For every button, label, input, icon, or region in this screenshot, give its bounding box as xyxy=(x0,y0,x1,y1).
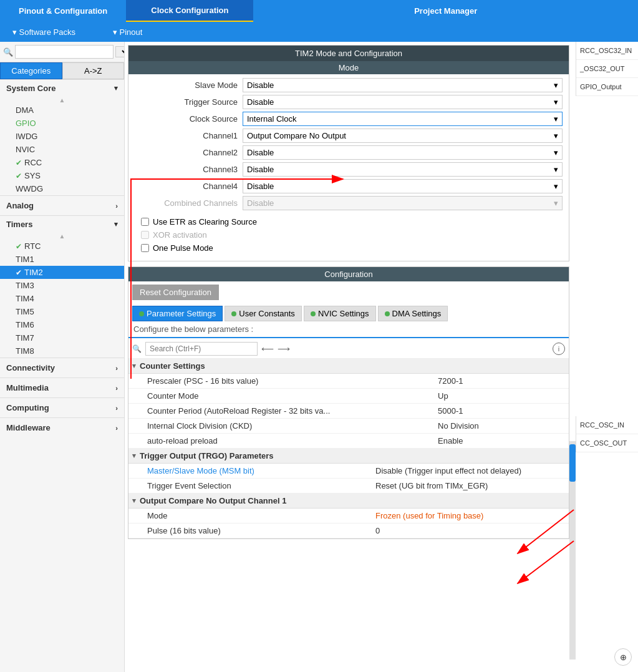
sidebar-item-iwdg[interactable]: IWDG xyxy=(0,130,124,143)
channel2-select[interactable]: Disable ▾ xyxy=(243,145,563,160)
param-sections: ▾ Counter Settings Prescaler (PSC - 16 b… xyxy=(128,359,569,538)
dropdown-arrow-icon: ▾ xyxy=(554,198,558,208)
one-pulse-checkbox[interactable] xyxy=(141,244,149,252)
search-icon: 🔍 xyxy=(3,47,13,57)
output-compare-header[interactable]: ▾ Output Compare No Output Channel 1 xyxy=(128,494,569,509)
param-value-clock-division[interactable]: No Division xyxy=(438,421,563,431)
sidebar-section-header-multimedia[interactable]: Multimedia › xyxy=(0,377,124,397)
sidebar-search-input[interactable] xyxy=(15,45,114,59)
param-row-autoreload: auto-reload preload Enable xyxy=(128,434,569,449)
software-packs-menu[interactable]: ▾ Software Packs xyxy=(12,27,75,37)
trgo-header[interactable]: ▾ Trigger Output (TRGO) Parameters xyxy=(128,449,569,464)
mode-panel: TIM2 Mode and Configuration Mode Slave M… xyxy=(128,45,569,261)
check-icon: ✔ xyxy=(16,158,22,167)
param-value-counter-period[interactable]: 5000-1 xyxy=(438,406,563,416)
sidebar-section-header-middleware[interactable]: Middleware › xyxy=(0,417,124,437)
channel3-select[interactable]: Disable ▾ xyxy=(243,162,563,177)
xor-checkbox[interactable] xyxy=(141,231,149,239)
check-icon: ✔ xyxy=(16,172,22,180)
param-row-msm: Master/Slave Mode (MSM bit) Disable (Tri… xyxy=(128,464,569,479)
param-value-mode[interactable]: Frozen (used for Timing base) xyxy=(375,511,563,520)
sidebar-item-rcc[interactable]: ✔ RCC xyxy=(0,156,124,169)
sidebar-item-tim7[interactable]: TIM7 xyxy=(0,331,124,344)
counter-settings-header[interactable]: ▾ Counter Settings xyxy=(128,359,569,374)
param-value-counter-mode[interactable]: Up xyxy=(438,391,563,401)
dropdown-arrow-icon: ▾ xyxy=(554,148,558,157)
zoom-in-button[interactable]: ⊕ xyxy=(614,648,632,666)
sidebar-section-header-timers[interactable]: Timers ▾ xyxy=(0,215,124,233)
slave-mode-label: Slave Mode xyxy=(135,80,238,90)
param-row-counter-period: Counter Period (AutoReload Register - 32… xyxy=(128,404,569,419)
mode-section-header: Mode xyxy=(128,61,569,74)
sidebar-section-connectivity: Connectivity › xyxy=(0,358,124,377)
sidebar-item-gpio[interactable]: GPIO xyxy=(0,117,124,130)
channel3-label: Channel3 xyxy=(135,165,238,174)
sidebar-section-computing: Computing › xyxy=(0,397,124,417)
tab-parameter-settings[interactable]: Parameter Settings xyxy=(132,306,223,321)
param-value-trigger-event[interactable]: Reset (UG bit from TIMx_EGR) xyxy=(375,481,563,490)
sidebar-item-tim8[interactable]: TIM8 xyxy=(0,344,124,358)
tab-az[interactable]: A->Z xyxy=(62,62,125,79)
info-icon[interactable]: i xyxy=(553,343,565,355)
param-name-autoreload: auto-reload preload xyxy=(147,436,438,446)
param-value-autoreload[interactable]: Enable xyxy=(438,436,563,446)
sidebar-filter-select[interactable] xyxy=(115,46,125,57)
param-row-pulse: Pulse (16 bits value) 0 xyxy=(128,523,569,538)
sidebar-item-tim5[interactable]: TIM5 xyxy=(0,305,124,318)
sidebar-item-tim4[interactable]: TIM4 xyxy=(0,292,124,305)
param-name-clock-division: Internal Clock Division (CKD) xyxy=(147,421,438,431)
sidebar-section-analog: Analog › xyxy=(0,195,124,215)
param-value-msm[interactable]: Disable (Trigger input effect not delaye… xyxy=(375,466,563,475)
sidebar-item-nvic[interactable]: NVIC xyxy=(0,143,124,156)
sidebar-section-header-computing[interactable]: Computing › xyxy=(0,397,124,417)
nav-next-icon[interactable]: ⟶ xyxy=(278,344,290,354)
nav-prev-icon[interactable]: ⟵ xyxy=(261,344,274,354)
param-value-pulse[interactable]: 0 xyxy=(375,526,563,535)
param-row-mode: Mode Frozen (used for Timing base) xyxy=(128,509,569,523)
content-area: TIM2 Mode and Configuration Mode Slave M… xyxy=(125,42,638,672)
nav-project-manager[interactable]: Project Manager xyxy=(253,0,638,22)
tab-categories[interactable]: Categories xyxy=(0,62,62,79)
sidebar-section-header-connectivity[interactable]: Connectivity › xyxy=(0,358,124,377)
one-pulse-checkbox-row[interactable]: One Pulse Mode xyxy=(135,241,563,255)
use-etr-checkbox-row[interactable]: Use ETR as Clearing Source xyxy=(135,215,563,228)
tab-user-constants[interactable]: User Constants xyxy=(225,306,302,321)
combined-channels-select[interactable]: Disable ▾ xyxy=(243,196,563,210)
channel1-select[interactable]: Output Compare No Output ▾ xyxy=(243,129,563,143)
trigger-source-label: Trigger Source xyxy=(135,97,238,107)
chevron-right-icon: › xyxy=(115,384,118,392)
slave-mode-select[interactable]: Disable ▾ xyxy=(243,78,563,92)
counter-settings-section: ▾ Counter Settings Prescaler (PSC - 16 b… xyxy=(128,359,569,449)
use-etr-checkbox[interactable] xyxy=(141,218,149,226)
mode-panel-header: TIM2 Mode and Configuration xyxy=(128,46,569,61)
clock-source-select[interactable]: Internal Clock ▾ xyxy=(243,112,563,126)
scrollbar-track[interactable] xyxy=(569,441,576,660)
nav-pinout-config[interactable]: Pinout & Configuration xyxy=(0,0,126,22)
tab-nvic-settings[interactable]: NVIC Settings xyxy=(304,306,376,321)
trgo-section: ▾ Trigger Output (TRGO) Parameters Maste… xyxy=(128,449,569,494)
param-search-input[interactable] xyxy=(145,342,258,356)
nav-clock-config[interactable]: Clock Configuration xyxy=(126,0,253,22)
sidebar-item-sys[interactable]: ✔ SYS xyxy=(0,169,124,182)
collapse-icon: ▾ xyxy=(132,452,136,460)
sidebar-section-header-analog[interactable]: Analog › xyxy=(0,195,124,215)
sidebar-item-tim1[interactable]: TIM1 xyxy=(0,253,124,266)
xor-checkbox-row: XOR activation xyxy=(135,228,563,241)
sidebar-item-wwdg[interactable]: WWDG xyxy=(0,182,124,195)
tab-dma-settings[interactable]: DMA Settings xyxy=(378,306,448,321)
sidebar-item-tim3[interactable]: TIM3 xyxy=(0,279,124,292)
sidebar-section-header-system-core[interactable]: System Core ▾ xyxy=(0,80,124,97)
channel4-select[interactable]: Disable ▾ xyxy=(243,179,563,193)
sidebar-item-rtc[interactable]: ✔ RTC xyxy=(0,240,124,253)
sidebar-item-tim2[interactable]: ✔ TIM2 xyxy=(0,266,124,279)
channel4-label: Channel4 xyxy=(135,182,238,191)
sidebar-section-multimedia: Multimedia › xyxy=(0,377,124,397)
reset-configuration-button[interactable]: Reset Configuration xyxy=(132,285,219,300)
trigger-source-select[interactable]: Disable ▾ xyxy=(243,95,563,109)
param-value-prescaler[interactable]: 7200-1 xyxy=(438,376,563,386)
sidebar-item-tim6[interactable]: TIM6 xyxy=(0,318,124,331)
sidebar-item-dma[interactable]: DMA xyxy=(0,104,124,117)
pinout-menu[interactable]: ▾ Pinout xyxy=(113,27,142,37)
tab-active-dot xyxy=(139,311,144,316)
scrollbar-thumb[interactable] xyxy=(569,444,576,482)
